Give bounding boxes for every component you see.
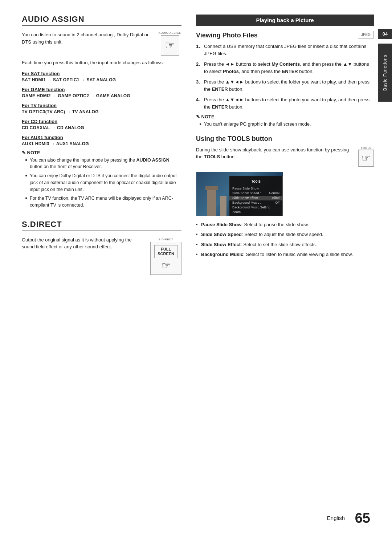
game-function-path: GAME HDMI2 → GAME OPTIC2 → GAME ANALOG [22, 93, 181, 98]
viewing-photos-section: Viewing Photo Files 1. Connect a USB mem… [196, 32, 374, 128]
sat-function-path: SAT HDMI1 → SAT OPTIC1 → SAT ANALOG [22, 77, 181, 82]
bullet-slide-show-speed: Slide Show Speed: Select to adjust the s… [196, 231, 374, 238]
tools-menu-title: Tools [229, 178, 282, 185]
tools-label: TOOLS [358, 146, 374, 150]
tools-bullet-list: Pause Slide Show: Select to pause the sl… [196, 221, 374, 258]
tv-function-block: For TV function TV OPTIC3(TV ARC) → TV A… [22, 103, 181, 114]
full-screen-icon: FULL SCREEN [154, 245, 177, 258]
page-english-label: English [327, 515, 345, 521]
audio-assign-note-2: You can enjoy Dolby Digital or DTS if yo… [26, 172, 181, 193]
audio-assign-title: AUDIO ASSIGN [22, 15, 181, 26]
audio-assign-note-3: For the TV function, the TV ARC menu wil… [26, 195, 181, 209]
tools-menu-item-4: Background Music : Off [229, 200, 282, 205]
tools-menu-item-2: Slide Show Speed : Normal [229, 191, 282, 196]
tools-menu-item-7: Rotate [229, 215, 282, 216]
step-3: 3. Press the ▲▼◄► buttons to select the … [196, 78, 374, 93]
tools-menu-item-5: Background Music Setting [229, 205, 282, 210]
tv-function-label: For TV function [22, 103, 181, 108]
sdirect-hand: ☞ [154, 260, 177, 272]
step-2: 2. Press the ◄► buttons to select My Con… [196, 61, 374, 75]
tools-screenshot: Tools Pause Slide Show Slide Show Speed … [196, 172, 283, 216]
viewing-photos-note-1: You can't enlarge PG graphic in the full… [200, 121, 374, 128]
viewing-photos-note: ✎ NOTE You can't enlarge PG graphic in t… [196, 114, 374, 128]
hand-pointing-icon: ☞ [165, 38, 175, 52]
sdirect-title: S.DIRECT [22, 220, 181, 231]
bullet-pause-slide-show: Pause Slide Show: Select to pause the sl… [196, 221, 374, 228]
tools-menu-item-1: Pause Slide Show [229, 186, 282, 191]
jpeg-icon: JPEG [358, 31, 374, 38]
step-4: 4. Press the ▲▼◄► buttons to select the … [196, 96, 374, 110]
sdirect-section: S.DIRECT S DIRECT FULL SCREEN ☞ Output t… [22, 220, 181, 275]
right-column: Playing back a Picture JPEG Viewing Phot… [196, 15, 374, 275]
audio-assign-hand-icon: ☞ [161, 35, 179, 56]
sdirect-icon: S DIRECT FULL SCREEN ☞ [150, 238, 181, 275]
cd-function-path: CD COAXIAL → CD ANALOG [22, 125, 181, 130]
audio-assign-icon-label: AUDIO ASSIGN [159, 31, 181, 34]
tools-body: During the slide show playback, you can … [196, 146, 374, 160]
game-function-label: For GAME function [22, 87, 181, 92]
monument-icon [207, 190, 216, 216]
sdirect-icon-label: S DIRECT [150, 238, 181, 241]
sat-function-block: For SAT function SAT HDMI1 → SAT OPTIC1 … [22, 71, 181, 82]
tv-function-path: TV OPTIC3(TV ARC) → TV ANALOG [22, 109, 181, 114]
left-column: AUDIO ASSIGN AUDIO ASSIGN ☞ You can list… [22, 15, 181, 275]
audio-assign-note: ✎ NOTE You can also change the input mod… [22, 150, 181, 209]
step-1: 1. Connect a USB memory that contains JP… [196, 43, 374, 57]
audio-assign-section: AUDIO ASSIGN AUDIO ASSIGN ☞ You can list… [22, 15, 181, 209]
sdirect-hand-icon: FULL SCREEN ☞ [150, 242, 181, 275]
tools-menu: Tools Pause Slide Show Slide Show Speed … [229, 176, 283, 216]
audio-assign-note-title: ✎ NOTE [22, 150, 181, 155]
tools-hand-icon: ☞ [358, 150, 374, 167]
audio-assign-note-1: You can also change the input mode by pr… [26, 157, 181, 171]
tools-icon-box: TOOLS ☞ [358, 146, 374, 167]
tools-section: Using the TOOLS button TOOLS ☞ During th… [196, 135, 374, 258]
tools-title: Using the TOOLS button [196, 135, 374, 143]
audio-assign-icon: AUDIO ASSIGN ☞ [159, 31, 181, 56]
aux1-function-label: For AUX1 function [22, 135, 181, 140]
game-function-block: For GAME function GAME HDMI2 → GAME OPTI… [22, 87, 181, 98]
cd-function-label: For CD function [22, 119, 181, 124]
tools-menu-item-6: Zoom [229, 210, 282, 215]
sat-function-label: For SAT function [22, 71, 181, 76]
playback-header: Playing back a Picture [196, 15, 374, 26]
page-number: 65 [355, 510, 370, 526]
monument-tower-icon [220, 196, 226, 216]
viewing-photos-steps: 1. Connect a USB memory that contains JP… [196, 43, 374, 110]
audio-assign-intro2: Each time you press this button, the inp… [22, 59, 181, 66]
aux1-function-path: AUX1 HDMI3 → AUX1 ANALOG [22, 141, 181, 146]
viewing-photos-note-title: ✎ NOTE [196, 114, 374, 119]
cd-function-block: For CD function CD COAXIAL → CD ANALOG [22, 119, 181, 130]
aux1-function-block: For AUX1 function AUX1 HDMI3 → AUX1 ANAL… [22, 135, 181, 146]
viewing-photos-title: Viewing Photo Files [196, 32, 374, 39]
audio-assign-intro: You can listen to sound in 2 channel ana… [22, 31, 181, 45]
bullet-slide-show-effect: Slide Show Effect: Select to set the sli… [196, 241, 374, 248]
tools-menu-item-3: Slide Show Effect : Blind [229, 196, 282, 200]
bullet-background-music: Background Music: Select to listen to mu… [196, 251, 374, 258]
